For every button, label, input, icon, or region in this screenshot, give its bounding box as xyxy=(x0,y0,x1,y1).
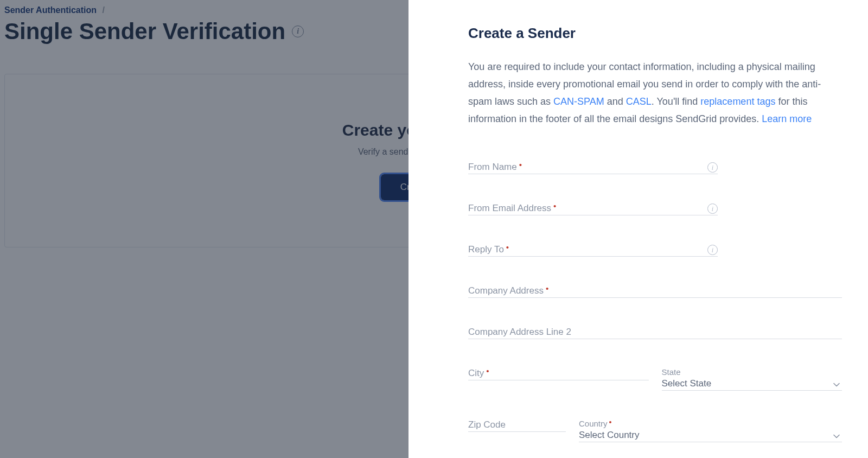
from-name-input[interactable] xyxy=(468,161,718,173)
zip-code-input[interactable] xyxy=(468,419,566,431)
create-sender-drawer: Create a Sender You are required to incl… xyxy=(409,0,868,458)
country-value: Select Country xyxy=(579,430,640,440)
company-address-input[interactable] xyxy=(468,285,842,297)
info-icon[interactable]: i xyxy=(707,162,718,173)
state-value: Select State xyxy=(662,378,712,389)
reply-to-input[interactable] xyxy=(468,244,718,256)
info-icon[interactable]: i xyxy=(707,245,718,255)
chevron-down-icon xyxy=(833,383,840,387)
drawer-title: Create a Sender xyxy=(468,25,842,42)
from-email-input[interactable] xyxy=(468,202,718,214)
drawer-description: You are required to include your contact… xyxy=(468,58,842,128)
chevron-down-icon xyxy=(833,434,840,438)
from-name-field: From Name• i xyxy=(468,161,718,174)
casl-link[interactable]: CASL xyxy=(626,96,652,107)
country-label: Country• xyxy=(579,419,842,428)
reply-to-field: Reply To• i xyxy=(468,244,718,257)
from-email-field: From Email Address• i xyxy=(468,202,718,215)
zip-code-field: Zip Code xyxy=(468,419,566,432)
company-address-2-input[interactable] xyxy=(468,326,842,338)
info-icon[interactable]: i xyxy=(707,203,718,214)
replacement-tags-link[interactable]: replacement tags xyxy=(700,96,775,107)
city-input[interactable] xyxy=(468,367,649,379)
company-address-2-field: Company Address Line 2 xyxy=(468,326,842,339)
city-field: City• xyxy=(468,367,649,380)
modal-overlay[interactable] xyxy=(0,0,409,458)
company-address-field: Company Address• xyxy=(468,285,842,298)
state-field[interactable]: State Select State xyxy=(662,367,843,391)
sender-form: From Name• i From Email Address• i Reply… xyxy=(468,161,842,442)
can-spam-link[interactable]: CAN-SPAM xyxy=(553,96,604,107)
country-field[interactable]: Country• Select Country xyxy=(579,419,842,442)
learn-more-link[interactable]: Learn more xyxy=(762,113,812,124)
state-label: State xyxy=(662,367,843,377)
